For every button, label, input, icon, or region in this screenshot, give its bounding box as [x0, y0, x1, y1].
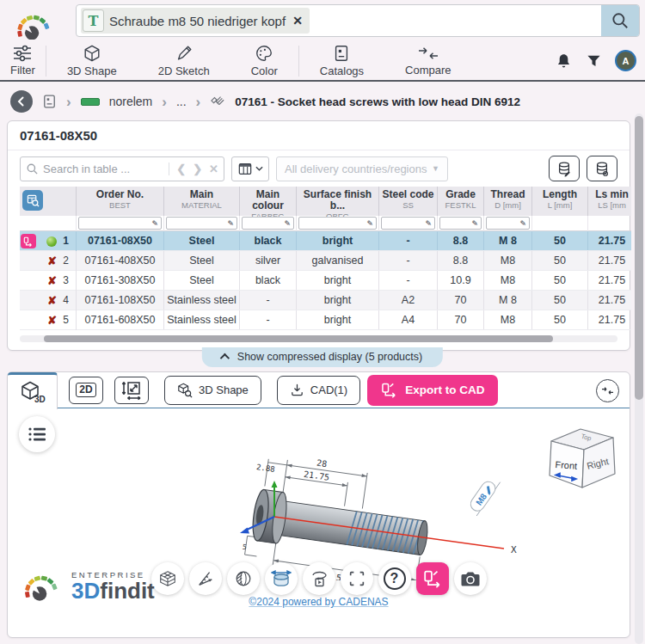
view-cube[interactable]: Front Right Top — [538, 415, 627, 500]
filter-input-main[interactable]: ✎ — [166, 217, 237, 230]
show-compressed-display-button[interactable]: Show compressed display (5 products) — [202, 347, 443, 367]
filter-input-surface-finish[interactable]: ✎ — [298, 217, 377, 230]
column-header-grade[interactable]: GradeFESTKL — [438, 187, 484, 216]
column-header-main-colour[interactable]: Main colourFARBEG — [240, 187, 297, 216]
search-prev-button[interactable]: ❮ — [176, 163, 186, 175]
chevron-up-icon — [220, 353, 230, 363]
table-filter-icon[interactable] — [22, 190, 43, 211]
table-filter-header[interactable] — [20, 187, 77, 216]
filter-input-main-colour[interactable]: ✎ — [242, 217, 294, 230]
render-mode-button[interactable] — [151, 562, 184, 595]
collapse-panel-button[interactable] — [596, 379, 619, 402]
frame-icon — [347, 569, 366, 588]
3d-shape-tool[interactable]: 3D Shape — [46, 41, 138, 80]
snapshot-button[interactable] — [454, 562, 487, 595]
breadcrumb-catalog[interactable]: norelem — [109, 95, 153, 108]
column-header-surface-finish[interactable]: Surface finish b...OBFG — [297, 187, 379, 216]
filter-input-thread[interactable]: ✎ — [486, 217, 530, 230]
clear-search-icon[interactable]: ✕ — [291, 14, 303, 28]
mesh-cube-icon — [158, 569, 177, 588]
breadcrumb: › norelem › ... › 07161 - Socket head sc… — [0, 83, 645, 120]
table-horizontal-scrollbar[interactable] — [20, 335, 617, 342]
table-row[interactable]: ✘ 2 07161-408X50 Steel silver galvanised… — [20, 251, 631, 271]
filter-input-order-no[interactable]: ✎ — [78, 217, 162, 230]
scrollbar-thumb[interactable] — [44, 335, 553, 342]
section-sphere-icon — [234, 569, 253, 588]
results-filter-funnel-icon[interactable] — [586, 52, 602, 70]
help-icon: ? — [384, 567, 406, 590]
breadcrumb-current-page: 07161 - Socket head screws with low head… — [235, 95, 520, 108]
notifications-bell-icon[interactable] — [555, 52, 573, 71]
search-next-button[interactable]: ❯ — [193, 163, 202, 175]
search-icon — [611, 11, 630, 30]
table-export-button[interactable] — [549, 156, 580, 181]
page-scrollbar-thumb[interactable] — [635, 116, 643, 400]
measure-icon — [196, 569, 215, 588]
model-tree-button[interactable] — [19, 416, 55, 452]
user-avatar[interactable]: A — [615, 50, 636, 71]
table-settings-button[interactable] — [587, 156, 617, 181]
export-marker-icon[interactable] — [21, 234, 36, 248]
section-button[interactable] — [227, 562, 260, 595]
fit-view-button[interactable] — [265, 562, 298, 595]
table-row[interactable]: ✘ 5 07161-608X50 Stainless steel - brigh… — [20, 310, 631, 330]
tab-2d[interactable]: 2D — [69, 377, 103, 404]
compare-tool[interactable]: Compare — [384, 41, 471, 80]
catalogs-tool[interactable]: Catalogs — [299, 41, 384, 80]
measure-button[interactable] — [189, 562, 222, 595]
column-header-length[interactable]: LengthL [mm] — [532, 187, 588, 216]
table-view-menu-button[interactable] — [231, 156, 269, 181]
animation-button[interactable] — [303, 562, 335, 595]
search-term-chip[interactable]: T Schraube m8 50 niedriger kopf ✕ — [81, 8, 310, 34]
search-button[interactable] — [601, 5, 639, 36]
product-table-panel: 07161-08X50 ❮ ❯ ✕ All delivery — [7, 120, 630, 351]
3d-viewport[interactable]: 28 21.75 2.88 50 5 — [8, 408, 630, 609]
cadenas-copyright-link[interactable]: ©2024 powered by CADENAS — [8, 596, 630, 608]
breadcrumb-chevron: › — [66, 95, 71, 109]
column-header-ls-min[interactable]: Ls minLS [mm — [588, 187, 631, 216]
tab-3d[interactable]: 3D — [8, 372, 58, 409]
row-number: 2 — [60, 251, 69, 271]
tab-dimensions[interactable] — [114, 377, 149, 404]
back-button[interactable] — [10, 90, 33, 113]
column-header-order-no[interactable]: Order No.BEST — [77, 187, 164, 216]
camera-icon — [460, 569, 481, 588]
table-search-input[interactable] — [43, 163, 164, 175]
3d-shape-search-button[interactable]: 3D Shape — [164, 376, 261, 405]
breadcrumb-ellipsis[interactable]: ... — [176, 95, 187, 108]
help-button[interactable]: ? — [378, 562, 411, 595]
search-clear-button[interactable]: ✕ — [209, 163, 218, 175]
filter-input-steel-code[interactable]: ✎ — [381, 217, 435, 230]
included-status-icon — [46, 236, 57, 247]
table-header-row: Order No.BEST MainMATERIAL Main colourFA… — [20, 187, 631, 216]
table-row[interactable]: 1 07161-08X50 Steel black bright - 8.8 M… — [20, 231, 631, 251]
search-bar[interactable]: T Schraube m8 50 niedriger kopf ✕ — [76, 4, 640, 37]
delivery-countries-dropdown[interactable]: All delivery countries/regions ▼ — [276, 156, 448, 181]
filter-input-grade[interactable]: ✎ — [439, 217, 482, 230]
2d-sketch-tool[interactable]: 2D Sketch — [138, 41, 230, 80]
catalog-root-icon[interactable] — [42, 94, 57, 109]
page-scrollbar[interactable] — [635, 113, 643, 644]
filter-sliders-icon — [12, 45, 33, 62]
table-row[interactable]: ✘ 3 07161-308X50 Steel black bright - 10… — [20, 271, 631, 291]
table-row[interactable]: ✘ 4 07161-108X50 Stainless steel - brigh… — [20, 291, 631, 310]
2d-icon: 2D — [76, 383, 95, 397]
column-header-steel-code[interactable]: Steel codeSS — [379, 187, 438, 216]
dimensions-icon — [120, 380, 143, 401]
color-tool[interactable]: Color — [230, 41, 298, 80]
column-header-thread[interactable]: ThreadD [mm] — [484, 187, 532, 216]
fullscreen-button[interactable] — [341, 562, 373, 595]
parts-table: Order No.BEST MainMATERIAL Main colourFA… — [20, 187, 631, 330]
search-query: Schraube m8 50 niedriger kopf — [109, 14, 286, 28]
table-search-box[interactable]: ❮ ❯ ✕ — [20, 156, 224, 181]
row-number: 1 — [60, 231, 69, 251]
list-icon — [28, 426, 46, 442]
export-to-cad-button[interactable]: Export to CAD — [367, 375, 498, 406]
collapse-arrows-icon — [601, 385, 614, 396]
export-cad-quick-button[interactable] — [416, 562, 449, 595]
cad-download-button[interactable]: CAD(1) — [277, 376, 360, 405]
download-icon — [290, 383, 304, 397]
column-header-main[interactable]: MainMATERIAL — [164, 187, 240, 216]
table-toolbar: ❮ ❯ ✕ All delivery countries/regions ▼ — [8, 150, 630, 187]
filter-tool[interactable]: Filter — [0, 41, 46, 80]
